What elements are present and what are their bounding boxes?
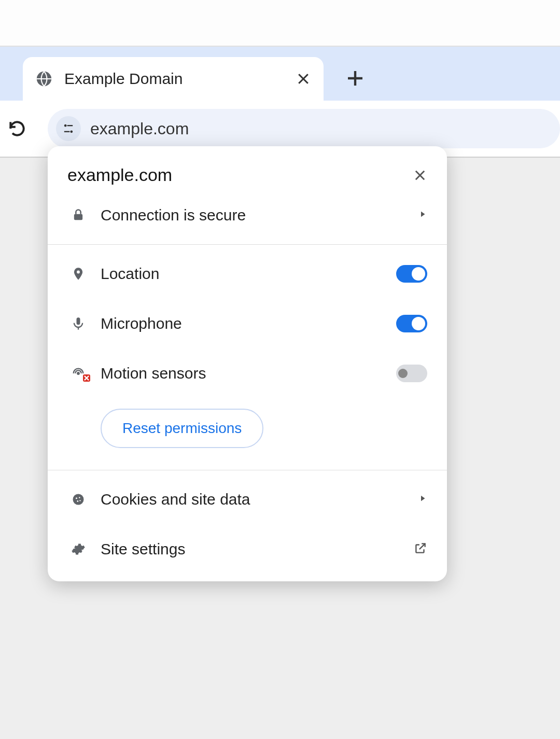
- svg-rect-7: [77, 317, 80, 325]
- svg-point-11: [79, 497, 80, 498]
- site-info-button[interactable]: [56, 116, 81, 141]
- svg-point-10: [76, 497, 77, 499]
- new-tab-button[interactable]: [344, 67, 366, 89]
- cookies-label: Cookies and site data: [101, 491, 418, 508]
- connection-row[interactable]: Connection is secure: [48, 190, 447, 240]
- microphone-toggle[interactable]: [396, 315, 427, 332]
- close-tab-icon[interactable]: [296, 71, 311, 87]
- cookie-icon: [67, 492, 89, 507]
- connection-label: Connection is secure: [101, 206, 418, 224]
- chevron-right-icon: [418, 210, 427, 221]
- reload-button[interactable]: [7, 119, 27, 138]
- motion-sensors-icon: [67, 366, 89, 381]
- popover-close-button[interactable]: [413, 168, 427, 183]
- permission-location-row: Location: [48, 249, 447, 299]
- divider: [48, 470, 447, 470]
- permission-microphone-row: Microphone: [48, 299, 447, 348]
- chevron-right-icon: [418, 494, 427, 505]
- popover-title: example.com: [67, 165, 172, 185]
- tab-strip: Example Domain: [0, 47, 560, 101]
- location-label: Location: [101, 265, 396, 283]
- svg-point-4: [71, 131, 73, 133]
- tab-title: Example Domain: [64, 70, 296, 88]
- lock-icon: [67, 208, 89, 222]
- tab-active[interactable]: Example Domain: [23, 57, 324, 101]
- site-settings-label: Site settings: [101, 540, 414, 558]
- svg-point-13: [79, 500, 80, 501]
- svg-point-8: [77, 372, 79, 374]
- svg-rect-5: [74, 214, 82, 220]
- svg-point-6: [77, 271, 80, 274]
- location-icon: [67, 267, 89, 281]
- svg-point-9: [73, 494, 84, 505]
- omnibox[interactable]: example.com: [48, 109, 560, 148]
- microphone-label: Microphone: [101, 315, 396, 332]
- svg-point-1: [64, 124, 67, 127]
- blocked-badge-icon: [83, 374, 90, 382]
- url-text: example.com: [90, 119, 189, 138]
- window-titlebar-spacer: [0, 0, 560, 47]
- svg-point-12: [77, 500, 78, 502]
- divider: [48, 244, 447, 245]
- globe-icon: [35, 70, 53, 88]
- site-settings-row[interactable]: Site settings: [48, 524, 447, 574]
- motion-toggle[interactable]: [396, 365, 427, 382]
- permission-motion-row: Motion sensors: [48, 348, 447, 398]
- svg-rect-3: [64, 131, 69, 132]
- gear-icon: [67, 542, 89, 556]
- reset-permissions-button[interactable]: Reset permissions: [101, 409, 263, 448]
- motion-label: Motion sensors: [101, 365, 396, 382]
- site-info-popover: example.com Connection is secure Locatio…: [48, 146, 447, 581]
- microphone-icon: [67, 316, 89, 331]
- external-link-icon: [414, 541, 427, 557]
- location-toggle[interactable]: [396, 265, 427, 283]
- cookies-row[interactable]: Cookies and site data: [48, 475, 447, 524]
- svg-rect-2: [67, 125, 73, 126]
